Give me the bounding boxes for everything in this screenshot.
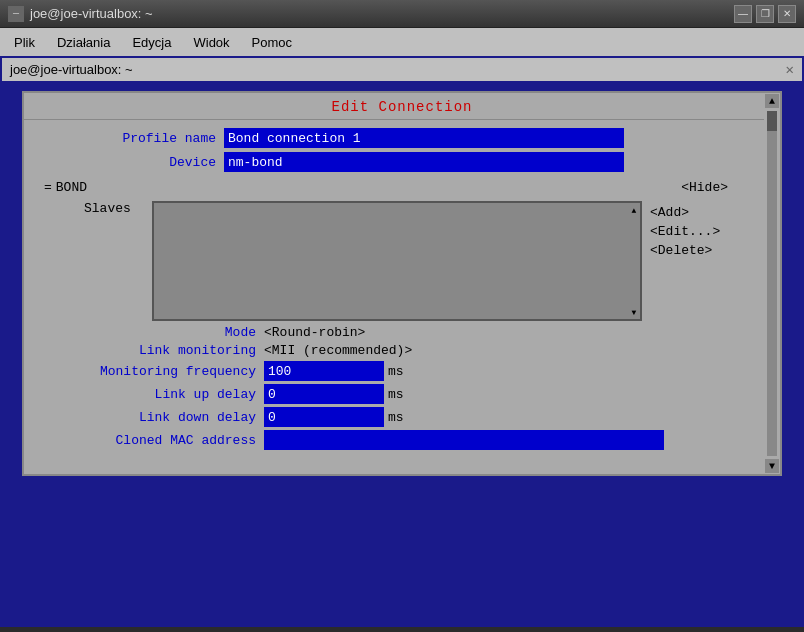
minimize-button[interactable]: —	[734, 5, 752, 23]
monitoring-freq-unit: ms	[388, 364, 404, 379]
delete-button[interactable]: <Delete>	[650, 243, 720, 258]
bond-text: BOND	[56, 180, 87, 195]
device-input[interactable]	[224, 152, 624, 172]
link-up-delay-label: Link up delay	[44, 387, 264, 402]
profile-name-label: Profile name	[44, 131, 224, 146]
slaves-list-container: ▲ ▼ <Add> <Edit...> <Delete>	[152, 201, 728, 321]
menu-pomoc[interactable]: Pomoc	[242, 33, 302, 52]
scroll-down-arrow[interactable]: ▼	[765, 459, 779, 473]
monitoring-freq-input[interactable]	[264, 361, 384, 381]
link-up-delay-row: Link up delay ms	[44, 384, 728, 404]
titlebar-title: joe@joe-virtualbox: ~	[30, 6, 153, 21]
menu-dzialania[interactable]: Działania	[47, 33, 120, 52]
titlebar: — joe@joe-virtualbox: ~ — ❐ ✕	[0, 0, 804, 28]
form-content: Profile name Device = BOND <Hide>	[24, 120, 764, 464]
slaves-scroll-up[interactable]: ▲	[629, 204, 639, 216]
scroll-up-arrow[interactable]: ▲	[765, 94, 779, 108]
link-down-delay-row: Link down delay ms	[44, 407, 728, 427]
cloned-mac-input[interactable]	[264, 430, 664, 450]
mode-value[interactable]: <Round-robin>	[264, 325, 365, 340]
cloned-mac-label: Cloned MAC address	[44, 433, 264, 448]
link-up-delay-unit: ms	[388, 387, 404, 402]
link-down-delay-unit: ms	[388, 410, 404, 425]
tabbar-wrapper: joe@joe-virtualbox: ~ ✕	[0, 56, 804, 83]
menu-edycja[interactable]: Edycja	[122, 33, 181, 52]
cloned-mac-row: Cloned MAC address	[44, 430, 728, 450]
mode-row: Mode <Round-robin>	[44, 325, 728, 340]
slaves-scroll-down[interactable]: ▼	[629, 306, 639, 318]
link-up-delay-input[interactable]	[264, 384, 384, 404]
link-down-delay-input[interactable]	[264, 407, 384, 427]
titlebar-left: — joe@joe-virtualbox: ~	[8, 6, 153, 22]
main-content: ▲ ▼ Edit Connection Profile name Device	[0, 83, 804, 627]
scroll-thumb[interactable]	[767, 111, 777, 131]
scrollbar[interactable]: ▲ ▼	[764, 93, 780, 474]
bond-marker: =	[44, 180, 52, 195]
bond-hide-button[interactable]: <Hide>	[681, 180, 728, 195]
profile-name-input[interactable]	[224, 128, 624, 148]
maximize-button[interactable]: ❐	[756, 5, 774, 23]
bond-header: = BOND <Hide>	[44, 178, 728, 197]
tab-bar: joe@joe-virtualbox: ~ ✕	[2, 58, 802, 81]
tab-title[interactable]: joe@joe-virtualbox: ~	[10, 62, 133, 77]
slaves-buttons: <Add> <Edit...> <Delete>	[650, 201, 720, 321]
add-button[interactable]: <Add>	[650, 205, 720, 220]
tab-close-button[interactable]: ✕	[786, 61, 794, 78]
menu-widok[interactable]: Widok	[183, 33, 239, 52]
terminal-icon: —	[8, 6, 24, 22]
scroll-track	[767, 111, 777, 456]
slaves-list: ▲ ▼	[152, 201, 642, 321]
close-button[interactable]: ✕	[778, 5, 796, 23]
bond-label: = BOND	[44, 180, 87, 195]
profile-name-row: Profile name	[44, 128, 744, 148]
titlebar-buttons: — ❐ ✕	[734, 5, 796, 23]
menubar: Plik Działania Edycja Widok Pomoc	[0, 28, 804, 56]
device-row: Device	[44, 152, 744, 172]
link-monitoring-value[interactable]: <MII (recommended)>	[264, 343, 412, 358]
dialog-title: Edit Connection	[24, 93, 780, 120]
link-down-delay-label: Link down delay	[44, 410, 264, 425]
slaves-section: Slaves ▲ ▼ <Add> <Edit...> <D	[84, 201, 728, 321]
link-monitoring-row: Link monitoring <MII (recommended)>	[44, 343, 728, 358]
slaves-scrollbar[interactable]: ▲ ▼	[628, 203, 640, 319]
link-monitoring-label: Link monitoring	[44, 343, 264, 358]
menu-plik[interactable]: Plik	[4, 33, 45, 52]
slaves-label: Slaves	[84, 201, 144, 321]
mode-label: Mode	[44, 325, 264, 340]
edit-connection-dialog: ▲ ▼ Edit Connection Profile name Device	[22, 91, 782, 476]
edit-button[interactable]: <Edit...>	[650, 224, 720, 239]
monitoring-freq-label: Monitoring frequency	[44, 364, 264, 379]
bond-section: = BOND <Hide> Slaves ▲ ▼	[44, 178, 744, 450]
device-label: Device	[44, 155, 224, 170]
slaves-scroll-track	[629, 216, 639, 306]
monitoring-freq-row: Monitoring frequency ms	[44, 361, 728, 381]
